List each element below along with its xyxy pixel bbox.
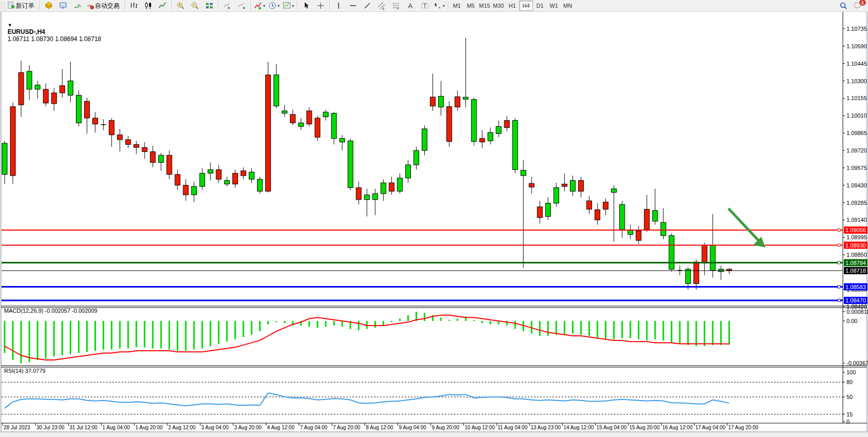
text-icon[interactable]: A: [403, 0, 418, 11]
rsi-axis-label[interactable]: 0: [846, 419, 850, 425]
level-endpoint-handle[interactable]: [838, 299, 840, 301]
tile-windows-icon[interactable]: [202, 0, 216, 11]
rsi-axis-label[interactable]: 50: [846, 394, 853, 400]
text-label-icon[interactable]: T: [418, 0, 432, 11]
price-axis-label[interactable]: 1.10300: [846, 78, 867, 84]
symbol-dropdown-icon[interactable]: ▼: [8, 23, 12, 28]
equidistant-channel-icon[interactable]: E: [374, 0, 389, 11]
new-order-label: 新订单: [16, 2, 34, 10]
price-badge-value: 1.08784: [845, 260, 866, 266]
time-axis-label[interactable]: 13 Aug 23:00: [530, 425, 561, 430]
price-axis-label[interactable]: 1.09865: [846, 130, 867, 136]
zoom-out-icon[interactable]: [188, 0, 202, 11]
time-axis-label[interactable]: 31 Jul 12:00: [69, 425, 97, 430]
timeframe-d1[interactable]: D1: [533, 1, 547, 11]
macd-axis-label[interactable]: -0.003677: [846, 360, 868, 366]
candle-body: [587, 201, 592, 209]
new-order-icon[interactable]: 新订单: [6, 0, 38, 11]
history-center-icon[interactable]: [56, 0, 70, 11]
time-axis-label[interactable]: 14 Aug 12:00: [563, 425, 594, 430]
cursor-icon[interactable]: [299, 0, 313, 11]
time-axis-label[interactable]: 17 Aug 20:00: [728, 425, 758, 430]
level-endpoint-handle[interactable]: [838, 244, 840, 246]
level-endpoint-handle[interactable]: [838, 229, 840, 232]
price-axis-label[interactable]: 1.08995: [846, 234, 867, 240]
time-axis-label[interactable]: 30 Jul 23:00: [36, 425, 65, 430]
editor-icon[interactable]: [42, 0, 56, 11]
line-chart-icon[interactable]: [155, 0, 170, 11]
candle-body: [307, 111, 312, 124]
time-axis-label[interactable]: 8 Aug 12:00: [366, 425, 393, 430]
price-axis-label[interactable]: 1.10590: [846, 43, 867, 49]
price-axis-label[interactable]: 1.09575: [846, 165, 867, 171]
time-axis-label[interactable]: 9 Aug 20:00: [432, 425, 460, 430]
timeframe-w1[interactable]: W1: [547, 1, 561, 11]
candle-body: [471, 100, 477, 142]
price-axis-label[interactable]: 1.10735: [846, 26, 867, 32]
macd-axis-label[interactable]: 0.00: [846, 318, 857, 324]
timeframe-m5[interactable]: M5: [464, 1, 478, 11]
time-axis-label[interactable]: 7 Aug 20:00: [333, 425, 361, 430]
crosshair-icon[interactable]: [313, 0, 328, 11]
level-endpoint-handle[interactable]: [838, 261, 840, 264]
time-axis-label[interactable]: 3 Aug 20:00: [234, 425, 262, 430]
price-axis-label[interactable]: 1.08850: [846, 252, 867, 258]
time-axis-label[interactable]: 17 Aug 04:00: [695, 425, 725, 430]
chart-shift-icon[interactable]: [234, 0, 249, 11]
time-axis-label[interactable]: 3 Aug 04:00: [201, 425, 229, 430]
time-axis-label[interactable]: 4 Aug 12:00: [267, 425, 295, 430]
templates-icon[interactable]: ▾: [281, 0, 295, 11]
zoom-in-icon[interactable]: [173, 0, 188, 11]
price-axis-label[interactable]: 1.10010: [846, 112, 867, 119]
autoscroll-icon[interactable]: [220, 0, 234, 11]
vertical-line-icon[interactable]: [331, 0, 346, 11]
time-axis-label[interactable]: 9 Aug 04:00: [399, 425, 426, 430]
time-axis-label[interactable]: 7 Aug 04:00: [300, 425, 328, 430]
price-axis-label[interactable]: 1.09720: [846, 147, 867, 154]
time-axis-label[interactable]: 28 Jul 2023: [4, 425, 30, 430]
periods-icon[interactable]: ▾: [267, 0, 281, 11]
horizontal-line-icon[interactable]: [346, 0, 360, 11]
price-axis-label[interactable]: 1.09140: [846, 217, 867, 223]
fibonacci-icon[interactable]: F: [389, 0, 403, 11]
timeframe-h1[interactable]: H1: [505, 1, 519, 11]
timeframe-h4[interactable]: H4: [519, 1, 533, 11]
candlestick-chart-icon[interactable]: [141, 0, 155, 11]
notification-count-badge[interactable]: 1: [859, 0, 866, 6]
time-axis-label[interactable]: 10 Aug 12:00: [465, 425, 495, 430]
time-axis-label[interactable]: 1 Aug 04:00: [103, 425, 130, 430]
rsi-axis-label[interactable]: 15: [846, 411, 853, 417]
level-endpoint-handle[interactable]: [838, 286, 840, 288]
timeframe-m15[interactable]: M15: [478, 1, 491, 11]
rsi-axis-label[interactable]: 100: [846, 369, 856, 375]
notifications-icon[interactable]: 1: [851, 0, 865, 11]
macd-axis-label[interactable]: 0.000818: [846, 309, 868, 315]
bar-chart-icon[interactable]: [127, 0, 141, 11]
price-axis-label[interactable]: 1.10445: [846, 61, 867, 67]
candle-body: [126, 140, 131, 144]
autotrading-icon[interactable]: 自动交易: [85, 0, 123, 11]
candle-body: [258, 179, 263, 191]
candle-body: [496, 126, 501, 134]
arrows-icon[interactable]: ▾: [432, 0, 446, 11]
timeframe-mn[interactable]: MN: [561, 1, 575, 11]
trendline-icon[interactable]: [360, 0, 374, 11]
price-axis-label[interactable]: 1.09430: [846, 182, 867, 188]
timeframe-m1[interactable]: M1: [450, 1, 464, 11]
time-axis-label[interactable]: 16 Aug 12:00: [662, 425, 693, 430]
time-axis-label[interactable]: 15 Aug 20:00: [629, 425, 660, 430]
price-axis-label[interactable]: 1.09285: [846, 200, 867, 206]
price-axis-label[interactable]: 1.10155: [846, 95, 867, 101]
time-axis-label[interactable]: 11 Aug 04:00: [498, 425, 528, 430]
search-icon[interactable]: [836, 0, 851, 11]
chart-canvas[interactable]: 1.107351.105901.104451.103001.101551.100…: [0, 0, 868, 437]
time-axis-label[interactable]: 1 Aug 20:00: [135, 425, 163, 430]
equidistant-channel-icon: E: [378, 2, 386, 10]
time-axis-label[interactable]: 15 Aug 04:00: [597, 425, 627, 430]
signals-icon[interactable]: [70, 0, 85, 11]
timeframe-m30[interactable]: M30: [491, 1, 505, 11]
indicators-icon[interactable]: ▾: [252, 0, 267, 11]
time-axis-label[interactable]: 2 Aug 12:00: [168, 425, 196, 430]
rsi-axis-label[interactable]: 80: [846, 379, 853, 385]
candle-body: [159, 155, 164, 162]
